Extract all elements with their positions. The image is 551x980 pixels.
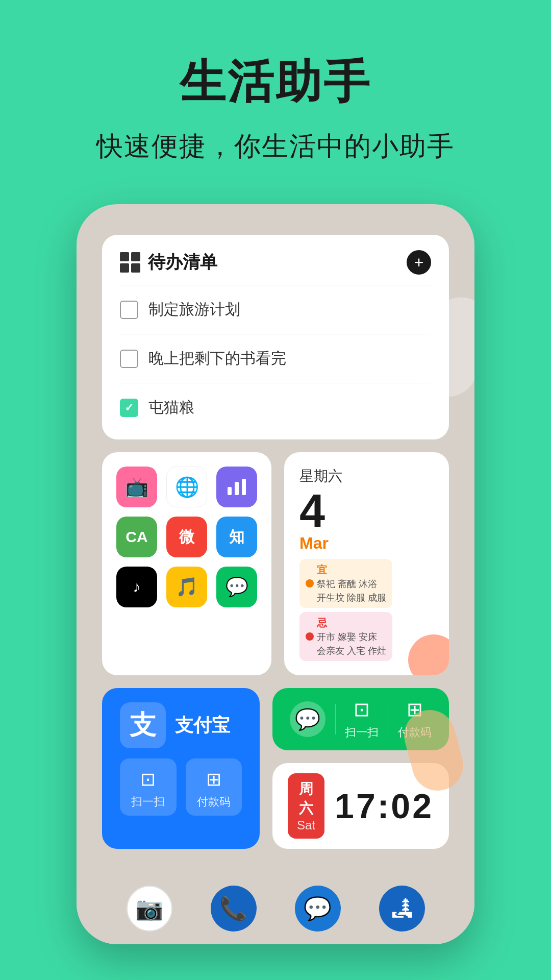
todo-divider-3	[120, 383, 431, 383]
dock-message-icon[interactable]: 💬	[295, 886, 341, 932]
app-grid-widget: 📺 🌐 CA 微 知 ♪ 🎵 💬	[102, 452, 271, 675]
todo-divider-2	[120, 334, 431, 334]
cal-decoration	[408, 634, 449, 675]
todo-checkbox-2[interactable]	[120, 350, 138, 368]
todo-text-1: 制定旅游计划	[148, 299, 240, 320]
todo-widget: 待办清单 + 制定旅游计划 晚上把剩下的书看完 ✓ 屯猫粮	[102, 235, 449, 439]
cal-weekday: 星期六	[299, 467, 434, 486]
app-wechat[interactable]: 💬	[216, 567, 257, 607]
bottom-section: 支 支付宝 ⊡ 扫一扫 ⊞ 付款码 💬	[102, 688, 449, 849]
alipay-scan-icon: ⊡	[140, 769, 156, 790]
middle-section: 📺 🌐 CA 微 知 ♪ 🎵 💬 星期六 4	[102, 452, 449, 675]
svg-rect-1	[235, 482, 239, 495]
todo-text-2: 晚上把剩下的书看完	[148, 348, 286, 369]
todo-item-2[interactable]: 晚上把剩下的书看完	[120, 342, 431, 375]
alipay-header: 支 支付宝	[120, 702, 242, 748]
cal-month: Mar	[299, 534, 434, 553]
todo-text-3: 屯猫粮	[148, 397, 194, 418]
alipay-logo: 支	[120, 702, 166, 748]
app-bar-chart[interactable]	[216, 467, 257, 507]
todo-checkbox-3[interactable]: ✓	[120, 399, 138, 417]
app-bilibili[interactable]: 📺	[116, 467, 157, 507]
app-grid: 📺 🌐 CA 微 知 ♪ 🎵 💬	[116, 467, 257, 607]
todo-header-left: 待办清单	[120, 251, 217, 274]
todo-add-button[interactable]: +	[407, 250, 431, 275]
alipay-widget: 支 支付宝 ⊡ 扫一扫 ⊞ 付款码	[102, 688, 260, 849]
app-zhihu[interactable]: 知	[216, 517, 257, 557]
inauspicious-dot	[306, 632, 314, 641]
phone-mockup: 待办清单 + 制定旅游计划 晚上把剩下的书看完 ✓ 屯猫粮 📺 🌐	[77, 204, 474, 944]
checkmark-icon: ✓	[124, 401, 134, 414]
svg-rect-0	[228, 487, 232, 495]
app-music[interactable]: 🎵	[166, 567, 207, 607]
clock-day-tag: 周六 Sat	[288, 773, 324, 839]
alipay-pay-icon: ⊞	[206, 769, 221, 790]
app-ca[interactable]: CA	[116, 517, 157, 557]
wechat-scan-label: 扫一扫	[345, 725, 379, 740]
wechat-logo-icon: 💬	[290, 701, 325, 737]
alipay-pay-label: 付款码	[197, 794, 231, 810]
cal-date: 4	[299, 488, 434, 534]
dock: 📷 📞 💬 🏞	[77, 873, 474, 944]
page-title: 生活助手	[0, 51, 551, 113]
clock-weekday: 周六	[297, 779, 315, 818]
alipay-scan-label: 扫一扫	[131, 794, 165, 810]
todo-checkbox-1[interactable]	[120, 301, 138, 319]
alipay-name: 支付宝	[175, 713, 230, 738]
dock-phone-icon[interactable]: 📞	[211, 886, 257, 932]
wechat-scan-button[interactable]: ⊡ 扫一扫	[345, 698, 379, 740]
cal-inauspicious-text: 忌 开市 嫁娶 安床会亲友 入宅 作灶	[317, 615, 386, 658]
calendar-widget: 星期六 4 Mar 宜 祭祀 斋醮 沐浴开生坟 除服 成服 忌 开市 嫁娶 安床…	[284, 452, 449, 675]
dock-gallery-icon[interactable]: 🏞	[379, 886, 425, 932]
alipay-actions: ⊡ 扫一扫 ⊞ 付款码	[120, 758, 242, 816]
clock-time: 17:02	[335, 786, 434, 826]
app-chrome[interactable]: 🌐	[166, 467, 207, 507]
app-tiktok[interactable]: ♪	[116, 567, 157, 607]
page-subtitle: 快速便捷，你生活中的小助手	[0, 129, 551, 164]
wechat-divider-1	[335, 704, 336, 734]
app-weibo[interactable]: 微	[166, 517, 207, 557]
cal-auspicious: 宜 祭祀 斋醮 沐浴开生坟 除服 成服	[299, 559, 392, 608]
todo-list-icon	[120, 252, 140, 273]
wechat-logo: 💬	[290, 701, 325, 737]
cal-auspicious-text: 宜 祭祀 斋醮 沐浴开生坟 除服 成服	[317, 562, 386, 605]
todo-item-3[interactable]: ✓ 屯猫粮	[120, 391, 431, 424]
svg-rect-2	[242, 479, 246, 495]
dock-camera-icon[interactable]: 📷	[127, 886, 172, 932]
todo-title: 待办清单	[148, 251, 217, 274]
alipay-scan-button[interactable]: ⊡ 扫一扫	[120, 758, 177, 816]
wechat-divider-2	[388, 704, 388, 734]
todo-header: 待办清单 +	[120, 250, 431, 275]
clock-day-en: Sat	[297, 818, 315, 832]
auspicious-dot	[306, 579, 314, 587]
todo-item-1[interactable]: 制定旅游计划	[120, 293, 431, 326]
cal-inauspicious: 忌 开市 嫁娶 安床会亲友 入宅 作灶	[299, 612, 392, 661]
wechat-scan-icon: ⊡	[354, 698, 370, 721]
todo-divider-1	[120, 285, 431, 285]
alipay-pay-button[interactable]: ⊞ 付款码	[186, 758, 242, 816]
